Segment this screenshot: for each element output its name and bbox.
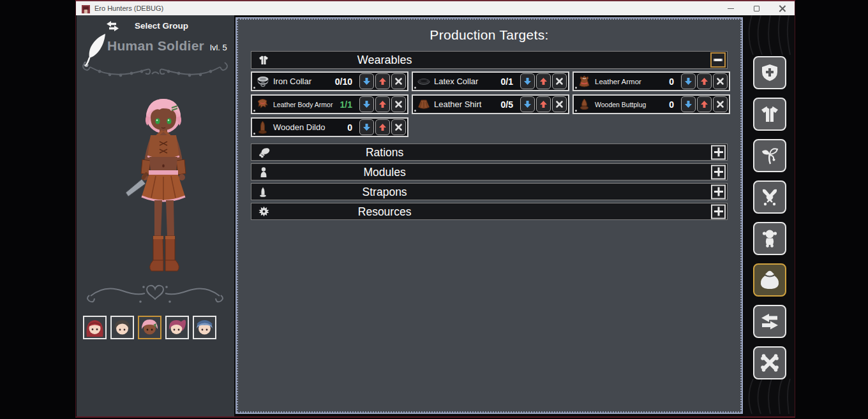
- close-icon: [779, 5, 786, 12]
- decrease-button[interactable]: [681, 73, 696, 89]
- shield-cross-icon: [760, 63, 779, 82]
- section-label: Wearables: [357, 54, 412, 67]
- production-panel: Production Targets: Wearables: [236, 17, 743, 414]
- portrait-pink-hair[interactable]: [138, 316, 161, 339]
- arrow-up-icon: [700, 100, 708, 108]
- increase-button[interactable]: [375, 96, 390, 112]
- portrait-blue-bandana[interactable]: [193, 316, 216, 339]
- section-strapons[interactable]: Strapons: [251, 183, 728, 200]
- item-name: Iron Collar: [273, 77, 311, 86]
- increase-button[interactable]: [697, 96, 712, 112]
- expand-button[interactable]: [711, 204, 726, 219]
- wardrobe-button[interactable]: [753, 98, 786, 131]
- decrease-button[interactable]: [520, 96, 535, 112]
- group-name: Human Soldier: [107, 38, 204, 54]
- item-name: Wooden Buttplug: [595, 101, 646, 108]
- defense-button[interactable]: [753, 56, 786, 89]
- transfer-button[interactable]: [753, 305, 786, 338]
- increase-button[interactable]: [375, 73, 390, 89]
- close-button[interactable]: [769, 1, 795, 15]
- breeding-button[interactable]: [753, 222, 786, 255]
- dismiss-button[interactable]: [753, 346, 786, 379]
- item-latex-collar: Latex Collar 0/1: [412, 71, 569, 91]
- item-count: 0: [347, 122, 352, 133]
- heart-flourish: [83, 278, 227, 312]
- resources-icon: [258, 206, 269, 217]
- x-icon: [555, 100, 564, 108]
- remove-button[interactable]: [391, 96, 406, 112]
- production-panel-inner: Production Targets: Wearables: [237, 18, 742, 413]
- minus-icon: [713, 55, 723, 65]
- money-bag-icon: [760, 270, 780, 290]
- remove-button[interactable]: [391, 73, 406, 89]
- title-bar: Ero Hunters (DEBUG): [76, 1, 795, 15]
- item-leather-body-armor: Leather Body Armor 1/1: [251, 94, 408, 114]
- x-icon: [394, 100, 403, 108]
- character-sprite: [117, 96, 208, 281]
- remove-button[interactable]: [713, 96, 728, 112]
- rations-icon: [258, 147, 270, 158]
- item-leather-armor: Leather Armor 0: [572, 71, 730, 91]
- decrease-button[interactable]: [359, 73, 374, 89]
- expand-button[interactable]: [711, 165, 726, 179]
- arrow-down-icon: [363, 123, 371, 131]
- leather-shirt-icon: [416, 98, 431, 110]
- remove-button[interactable]: [713, 73, 728, 89]
- item-wooden-dildo: Wooden Dildo 0: [251, 117, 408, 137]
- flower-icon: [760, 146, 779, 165]
- maximize-button[interactable]: [744, 1, 769, 15]
- x-icon: [394, 77, 403, 85]
- modules-icon: [258, 166, 269, 177]
- collapse-button[interactable]: [710, 52, 726, 68]
- sidebar-buttons: [753, 56, 786, 379]
- wearables-item-grid: Iron Collar 0/10: [251, 71, 728, 137]
- decrease-button[interactable]: [520, 73, 535, 89]
- item-count: 1/1: [340, 99, 352, 110]
- increase-button[interactable]: [375, 119, 390, 135]
- combat-button[interactable]: [753, 180, 786, 214]
- shirt-icon: [760, 105, 779, 124]
- remove-button[interactable]: [552, 73, 567, 89]
- item-name: Leather Shirt: [434, 99, 481, 109]
- item-count: 0: [669, 99, 674, 110]
- arrow-up-icon: [539, 77, 548, 85]
- decrease-button[interactable]: [681, 96, 696, 112]
- increase-button[interactable]: [697, 73, 712, 89]
- plants-button[interactable]: [753, 139, 786, 172]
- expand-button[interactable]: [711, 184, 726, 199]
- section-resources[interactable]: Resources: [251, 203, 728, 220]
- remove-button[interactable]: [552, 96, 567, 112]
- portrait-magenta-ponytail[interactable]: [165, 316, 189, 339]
- expand-button[interactable]: [711, 145, 726, 159]
- x-icon: [716, 77, 724, 85]
- arrow-up-icon: [539, 100, 548, 108]
- window-title: Ero Hunters (DEBUG): [94, 4, 163, 12]
- portrait-dark-hair[interactable]: [110, 316, 134, 339]
- latex-collar-icon: [416, 75, 431, 87]
- section-modules[interactable]: Modules: [251, 163, 728, 180]
- app-icon: [82, 4, 90, 13]
- minimize-button[interactable]: [718, 1, 744, 15]
- decrease-button[interactable]: [359, 96, 374, 112]
- plus-icon: [714, 167, 724, 177]
- swap-arrows-icon: [760, 312, 779, 331]
- game-window: Ero Hunters (DEBUG) Select Group: [75, 0, 795, 418]
- wooden-dildo-icon: [255, 121, 270, 134]
- decrease-button[interactable]: [359, 119, 374, 135]
- increase-button[interactable]: [536, 73, 551, 89]
- item-count: 0: [669, 77, 674, 87]
- plus-icon: [714, 147, 724, 158]
- select-group-label[interactable]: Select Group: [135, 21, 188, 31]
- portrait-red-hair[interactable]: [83, 316, 107, 339]
- production-title: Production Targets:: [238, 27, 740, 43]
- section-label: Modules: [364, 165, 406, 179]
- arrow-down-icon: [684, 100, 692, 108]
- remove-button[interactable]: [391, 119, 406, 135]
- production-button[interactable]: [753, 263, 786, 297]
- swap-arrows-icon[interactable]: [105, 20, 121, 34]
- increase-button[interactable]: [536, 96, 551, 112]
- item-name: Leather Armor: [595, 78, 641, 85]
- section-wearables[interactable]: Wearables: [251, 51, 728, 69]
- section-rations[interactable]: Rations: [251, 143, 728, 161]
- arrow-down-icon: [363, 77, 371, 85]
